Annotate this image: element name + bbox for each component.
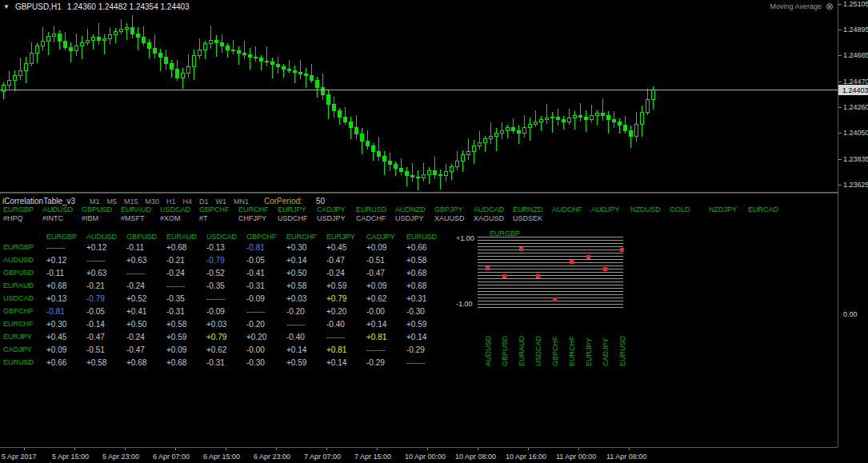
corr-row-label-eurjpy[interactable]: EURJPY: [2, 333, 45, 341]
price-scale-label: 1.23625: [843, 181, 868, 189]
symbol-item-audusd[interactable]: AUDUSD: [42, 206, 73, 214]
candle: [86, 40, 90, 42]
corr-cell: -0.05: [85, 307, 125, 316]
candle: [574, 116, 577, 118]
symbol-item-eurchf[interactable]: EURCHF: [238, 206, 269, 214]
corr-cell: -0.20: [285, 307, 325, 316]
candle: [361, 134, 364, 142]
symbol-item-xom[interactable]: #XOM: [160, 214, 181, 222]
candle: [506, 128, 510, 130]
timeframe-button-m30[interactable]: M30: [146, 198, 160, 206]
corr-cell: -0.51: [365, 256, 405, 265]
symbol-item-gbpusd[interactable]: GBPUSD: [82, 206, 112, 214]
overlay-indicator-remove-icon[interactable]: ⊗: [826, 2, 834, 10]
candle: [187, 67, 190, 74]
timeframe-button-h4[interactable]: H4: [183, 198, 193, 206]
corr-cell: +0.45: [45, 333, 85, 341]
corr-cell: -------: [365, 345, 405, 354]
symbol-item-xauusd[interactable]: XAUUSD: [434, 214, 465, 222]
corr-row-label-eurgbp[interactable]: EURGBP: [2, 243, 45, 251]
symbol-item-audnzd[interactable]: AUDNZD: [395, 206, 426, 214]
symbol-item-usdsek[interactable]: USDSEK: [513, 214, 542, 222]
symbol-item-usdjpy[interactable]: USDJPY: [317, 214, 346, 222]
chart-area[interactable]: ▼ GBPUSD,H1 1.24360 1.24482 1.24354 1.24…: [0, 0, 838, 192]
plot-dot-gbpchf: [553, 297, 557, 301]
price-scale-label: 1.24470: [843, 78, 868, 86]
corr-col-label-eurusd: EURUSD: [405, 233, 445, 241]
indicator-subwindow[interactable]: iCorrelationTable_v3 M1M5M15M30H1H4D1W1M…: [0, 194, 838, 447]
symbol-item-euraud[interactable]: EURAUD: [121, 206, 151, 214]
symbol-item-audcad[interactable]: AUDCAD: [474, 206, 504, 214]
symbol-item-usdcad[interactable]: USDCAD: [160, 206, 190, 214]
price-scale-tick: [838, 82, 842, 82]
corr-row-label-gbpusd[interactable]: GBPUSD: [2, 269, 45, 277]
timeframe-button-d1[interactable]: D1: [199, 198, 209, 206]
time-tick: [24, 448, 25, 450]
symbol-item-intc[interactable]: #INTC: [42, 214, 63, 222]
symbol-item-gold[interactable]: GOLD: [670, 206, 690, 214]
timeframe-button-w1[interactable]: W1: [216, 198, 227, 206]
corr-cell: +0.09: [45, 345, 85, 354]
timeframe-button-m1[interactable]: M1: [90, 198, 100, 206]
corr-cell: -------: [325, 333, 365, 341]
candle: [338, 111, 342, 118]
corr-cell: +0.68: [405, 269, 445, 277]
corr-cell: -0.31: [165, 307, 205, 316]
symbol-item-gbpjpy[interactable]: GBPJPY: [434, 206, 463, 214]
symbol-item-eurgbp[interactable]: EURGBP: [3, 206, 34, 214]
symbol-item-t[interactable]: #T: [199, 214, 208, 222]
symbol-item-audjpy[interactable]: AUDJPY: [591, 206, 620, 214]
corr-row-label-audusd[interactable]: AUDUSD: [2, 256, 45, 264]
symbol-item-nzdjpy[interactable]: NZDJPY: [709, 206, 737, 214]
symbol-item-eurcad[interactable]: EURCAD: [748, 206, 778, 214]
candle: [411, 176, 414, 178]
corr-cell: -0.09: [245, 294, 285, 303]
price-scale-tick: [838, 4, 842, 5]
corr-row-label-gbpchf[interactable]: GBPCHF: [2, 307, 45, 315]
corr-cell: -0.20: [245, 320, 285, 329]
corr-cell: -0.40: [285, 333, 325, 341]
symbol-item-nzdusd[interactable]: NZDUSD: [630, 206, 661, 214]
chart-title: ▼ GBPUSD,H1 1.24360 1.24482 1.24354 1.24…: [3, 2, 190, 11]
symbol-item-cadjpy[interactable]: CADJPY: [317, 206, 346, 214]
corr-cell: -0.30: [245, 358, 285, 367]
plot-category-label: GBPUSD: [501, 309, 510, 366]
time-tick: [377, 448, 378, 450]
time-scale[interactable]: 5 Apr 20175 Apr 15:005 Apr 23:006 Apr 07…: [0, 447, 868, 463]
timeframe-button-m5[interactable]: M5: [107, 198, 118, 206]
corr-row-label-usdcad[interactable]: USDCAD: [2, 294, 45, 302]
timeframe-button-mn1[interactable]: MN1: [234, 198, 249, 206]
corr-cell: -0.35: [165, 294, 205, 303]
symbol-item-usdjpy[interactable]: USDJPY: [395, 214, 424, 222]
corr-cell: +0.03: [205, 320, 245, 329]
symbol-item-eurnzd[interactable]: EURNZD: [513, 206, 543, 214]
candle: [602, 114, 605, 116]
symbol-item-audchf[interactable]: AUDCHF: [552, 206, 582, 214]
candle: [394, 165, 398, 169]
corr-table-row: EURAUD+0.68-0.21-0.24--------0.35-0.31+0…: [2, 279, 450, 292]
symbol-item-hpq[interactable]: #HPQ: [3, 214, 23, 222]
timeframe-button-m15[interactable]: M15: [124, 198, 138, 206]
symbol-item-gbpchf[interactable]: GBPCHF: [199, 206, 230, 214]
symbol-item-cadchf[interactable]: CADCHF: [356, 214, 386, 222]
corr-row-label-cadjpy[interactable]: CADJPY: [2, 345, 45, 353]
corr-cell: +0.52: [125, 294, 165, 303]
symbol-item-msft[interactable]: #MSFT: [121, 214, 145, 222]
corr-row-label-euraud[interactable]: EURAUD: [2, 281, 45, 289]
candle: [473, 146, 476, 151]
time-tick: [326, 448, 327, 450]
symbol-item-eurjpy[interactable]: EURJPY: [278, 206, 306, 214]
corr-cell: +0.31: [405, 294, 445, 303]
price-scale[interactable]: 1.24403 0.00 1.251051.248951.246851.2447…: [838, 0, 868, 447]
candle: [254, 57, 258, 58]
corr-cell: +0.58: [85, 358, 125, 367]
corr-cell: -0.52: [205, 269, 245, 277]
corr-row-label-eurusd[interactable]: EURUSD: [2, 358, 45, 366]
corr-row-label-eurchf[interactable]: EURCHF: [2, 320, 45, 328]
symbol-item-chfjpy[interactable]: CHFJPY: [238, 214, 266, 222]
symbol-item-ibm[interactable]: #IBM: [82, 214, 98, 222]
timeframe-button-h1[interactable]: H1: [166, 198, 176, 206]
symbol-item-xagusd[interactable]: XAGUSD: [474, 214, 504, 222]
symbol-item-usdchf[interactable]: USDCHF: [278, 214, 308, 222]
symbol-item-eurusd[interactable]: EURUSD: [356, 206, 386, 214]
